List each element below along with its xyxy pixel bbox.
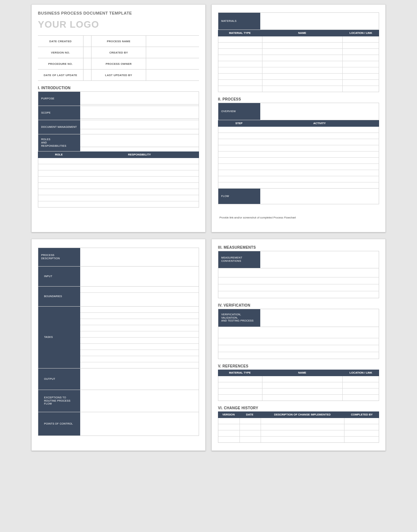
meta-label-process-owner: PROCESS OWNER xyxy=(91,58,146,69)
col-version: VERSION xyxy=(218,411,239,418)
block-doc-mgmt: DOCUMENT MANAGEMENT xyxy=(38,120,199,134)
page-1: BUSINESS PROCESS DOCUMENT TEMPLATE YOUR … xyxy=(31,4,206,232)
col-material-type: MATERIAL TYPE xyxy=(218,30,262,36)
block-scope: SCOPE xyxy=(38,106,199,120)
col-completed-by: COMPLETED BY xyxy=(344,411,379,418)
page-2: MATERIALS MATERIAL TYPE NAME LOCATION / … xyxy=(211,4,386,232)
label-process-description: PROCESS DESCRIPTION xyxy=(38,248,80,267)
references-subhead: MATERIAL TYPE NAME LOCATION / LINK xyxy=(218,370,379,376)
label-output: OUTPUT xyxy=(38,369,80,390)
col-role: ROLE xyxy=(38,151,80,158)
block-points-of-control: POINTS OF CONTROL xyxy=(38,412,199,436)
block-overview: OVERVIEW xyxy=(218,103,379,120)
block-tasks: TASKS xyxy=(38,306,199,369)
meta-label-version-no: VERSION NO. xyxy=(38,47,83,58)
section-measurements: III. MEASUREMENTS xyxy=(218,245,379,249)
label-flow: FLOW xyxy=(218,189,260,204)
label-input: INPUT xyxy=(38,267,80,287)
col-date: DATE xyxy=(239,411,260,418)
label-measurement-conventions: MEASUREMENT CONVENTIONS xyxy=(218,251,260,268)
measurement-rows xyxy=(218,268,379,298)
section-verification: IV. VERIFICATION xyxy=(218,303,379,307)
materials-subhead: MATERIAL TYPE NAME LOCATION / LINK xyxy=(218,30,379,36)
meta-label-created-by: CREATED BY xyxy=(91,47,146,58)
col-name: NAME xyxy=(262,30,343,36)
col-activity: ACTIVITY xyxy=(260,120,379,127)
label-overview: OVERVIEW xyxy=(218,103,260,120)
label-materials: MATERIALS xyxy=(218,13,260,30)
section-references: V. REFERENCES xyxy=(218,364,379,368)
label-points-of-control: POINTS OF CONTROL xyxy=(38,412,80,436)
meta-label-procedure-no: PROCEDURE NO. xyxy=(38,58,83,69)
section-introduction: I. INTRODUCTION xyxy=(38,86,199,90)
label-roles: ROLES AND RESPONSIBILITIES xyxy=(38,134,80,151)
block-exceptions: EXCEPTIONS TO ROUTINE PROCESS FLOW xyxy=(38,390,199,412)
meta-label-last-updated-by: LAST UPDATED BY xyxy=(91,70,146,80)
label-exceptions: EXCEPTIONS TO ROUTINE PROCESS FLOW xyxy=(38,390,80,412)
section-change-history: VI. CHANGE HISTORY xyxy=(218,406,379,410)
col-responsibility: RESPONSIBILITY xyxy=(80,151,199,158)
block-measurement-conventions: MEASUREMENT CONVENTIONS xyxy=(218,251,379,268)
meta-label-process-name: PROCESS NAME xyxy=(91,36,146,47)
tasks-rows xyxy=(80,307,199,369)
block-boundaries: BOUNDARIES xyxy=(38,286,199,307)
roles-rows xyxy=(38,158,199,208)
label-doc-mgmt: DOCUMENT MANAGEMENT xyxy=(38,120,80,134)
block-materials: MATERIALS xyxy=(218,12,379,30)
col-step: STEP xyxy=(218,120,260,127)
label-purpose: PURPOSE xyxy=(38,92,80,106)
desk: BUSINESS PROCESS DOCUMENT TEMPLATE YOUR … xyxy=(0,0,417,458)
change-subhead: VERSION DATE DESCRIPTION OF CHANGE IMPLE… xyxy=(218,411,379,418)
block-roles: ROLES AND RESPONSIBILITIES xyxy=(38,134,199,151)
block-input: INPUT xyxy=(38,266,199,287)
materials-rows xyxy=(218,36,379,92)
col-material-type-2: MATERIAL TYPE xyxy=(218,370,262,376)
block-process-description: PROCESS DESCRIPTION xyxy=(38,248,199,267)
col-change-desc: DESCRIPTION OF CHANGE IMPLEMENTED xyxy=(260,411,344,418)
process-rows xyxy=(218,127,379,189)
meta-label-date-last-update: DATE OF LAST UPDATE xyxy=(38,70,83,80)
label-verification: VERIFICATION, VALIDATION, AND TESTING PR… xyxy=(218,309,260,327)
label-scope: SCOPE xyxy=(38,106,80,120)
verification-rows xyxy=(218,327,379,359)
change-rows xyxy=(218,418,379,443)
process-subhead: STEP ACTIVITY xyxy=(218,120,379,127)
meta-label-date-created: DATE CREATED xyxy=(38,36,83,47)
block-verification: VERIFICATION, VALIDATION, AND TESTING PR… xyxy=(218,309,379,327)
label-boundaries: BOUNDARIES xyxy=(38,287,80,307)
col-location: LOCATION / LINK xyxy=(343,30,379,36)
block-output: OUTPUT xyxy=(38,368,199,390)
section-process: II. PROCESS xyxy=(218,97,379,101)
logo-placeholder: YOUR LOGO xyxy=(38,19,199,30)
col-name-2: NAME xyxy=(262,370,343,376)
document-title: BUSINESS PROCESS DOCUMENT TEMPLATE xyxy=(38,11,199,15)
roles-subhead: ROLE RESPONSIBILITY xyxy=(38,151,199,158)
block-flow: FLOW xyxy=(218,188,379,204)
meta-grid: DATE CREATED PROCESS NAME VERSION NO. CR… xyxy=(38,35,199,81)
page-4: III. MEASUREMENTS MEASUREMENT CONVENTION… xyxy=(211,239,386,451)
label-tasks: TASKS xyxy=(38,307,80,369)
flow-note: Provide link and/or screenshot of comple… xyxy=(218,214,379,224)
block-purpose: PURPOSE xyxy=(38,91,199,106)
references-rows xyxy=(218,376,379,401)
col-location-2: LOCATION / LINK xyxy=(343,370,379,376)
page-3: PROCESS DESCRIPTION INPUT BOUNDARIES TAS… xyxy=(31,239,206,451)
